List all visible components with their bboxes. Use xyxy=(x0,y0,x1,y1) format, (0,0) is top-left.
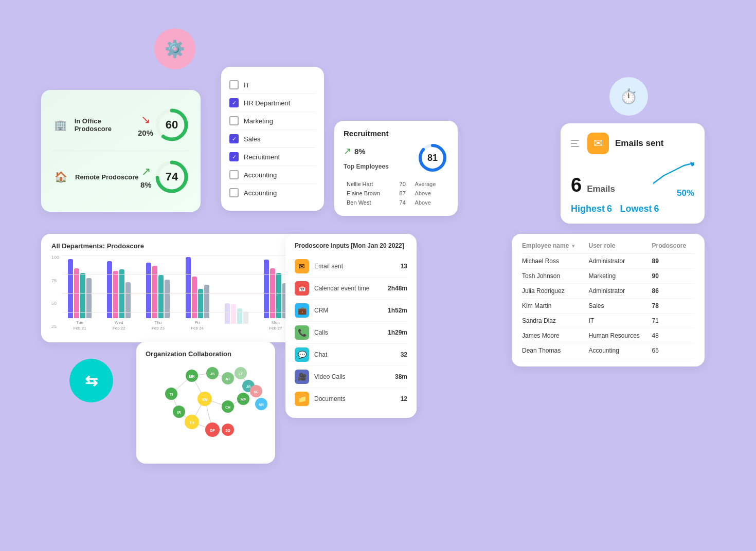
emp-role: Marketing xyxy=(588,269,652,284)
emp-name: Kim Martin xyxy=(522,299,588,314)
emails-main: 6 Emails 50% xyxy=(571,160,694,198)
svg-text:AT: AT xyxy=(226,377,231,381)
checklist-item-HR[interactable]: ✓ HR Department xyxy=(229,94,316,112)
y-label-50: 50 xyxy=(51,301,59,306)
crm-icon: 💼 xyxy=(295,303,309,318)
bar xyxy=(264,260,269,318)
emp-score: 48 xyxy=(652,328,694,343)
y-label-75: 75 xyxy=(51,278,59,283)
svg-text:TI: TI xyxy=(170,393,173,396)
docs-name: Documents xyxy=(314,395,395,402)
emp-role: Human Resources xyxy=(588,328,652,343)
grid-line-100 xyxy=(62,255,293,255)
org-network: MR JS AT LT JR TI NM CH MP SC xyxy=(146,363,266,455)
checklist-card: IT ✓ HR Department Marketing ✓ Sales ✓ R… xyxy=(221,67,324,211)
in-office-label: 🏢 In Office Prodoscore xyxy=(51,116,138,134)
recruitment-score: 81 xyxy=(427,153,438,163)
bar-group-empty xyxy=(219,254,254,331)
bar xyxy=(186,257,191,318)
calendar-val: 2h48m xyxy=(388,285,407,292)
svg-text:MR: MR xyxy=(189,375,195,378)
down-arrow-icon: ↘ xyxy=(141,113,150,126)
checklist-item-accounting1[interactable]: Accounting xyxy=(229,166,316,184)
col-role: User role xyxy=(588,242,652,254)
checklist-item-IT[interactable]: IT xyxy=(229,76,316,94)
bar-label: FriFeb 24 xyxy=(191,320,204,331)
bar xyxy=(113,271,118,318)
checklist-label-sales: Sales xyxy=(244,135,261,143)
checklist-label-IT: IT xyxy=(244,81,250,89)
emails-header: ✉ Emails sent xyxy=(571,133,694,154)
inputs-card: Prodoscore inputs [Mon Jan 20 2022] ✉ Em… xyxy=(285,234,417,418)
emp-name: Sandra Diaz xyxy=(522,314,588,328)
calls-val: 1h29m xyxy=(388,329,407,336)
video-val: 38m xyxy=(395,373,407,380)
grid-line-25 xyxy=(62,312,293,313)
checklist-item-marketing[interactable]: Marketing xyxy=(229,112,316,130)
emp-score: 70 xyxy=(398,180,412,188)
table-row: Sandra Diaz IT 71 xyxy=(522,314,694,328)
bar xyxy=(231,304,236,324)
emp-score: 71 xyxy=(652,314,694,328)
clock-icon: ⏱️ xyxy=(609,77,648,116)
email-sent-val: 13 xyxy=(401,263,407,270)
table-row: Kim Martin Sales 78 xyxy=(522,299,694,314)
emp-name: Michael Ross xyxy=(522,254,588,269)
lowest-val: 6 xyxy=(654,204,659,214)
table-row: Julia Rodriguez Administrator 86 xyxy=(522,284,694,299)
remote-row: 🏠 Remote Prodoscore ↗ 8% 74 xyxy=(51,151,190,203)
in-office-title: In Office Prodoscore xyxy=(75,117,138,133)
input-row-email: ✉ Email sent 13 xyxy=(295,255,407,278)
table-row: Ben West 74 Above xyxy=(345,198,447,207)
rec-arrow-up: ↗ xyxy=(344,145,351,157)
emp-name: Julia Rodriguez xyxy=(522,284,588,299)
checklist-item-accounting2[interactable]: Accounting xyxy=(229,184,316,201)
emp-role: Administrator xyxy=(588,284,652,299)
checkbox-marketing[interactable] xyxy=(229,116,239,125)
email-sent-icon: ✉ xyxy=(295,259,309,273)
checklist-label-marketing: Marketing xyxy=(244,117,273,125)
checkbox-IT[interactable] xyxy=(229,80,239,89)
checkbox-accounting2[interactable] xyxy=(229,188,239,197)
inputs-title: Prodoscore inputs [Mon Jan 20 2022] xyxy=(295,242,407,249)
crm-name: CRM xyxy=(314,307,383,314)
svg-text:JR: JR xyxy=(246,385,251,389)
top-employees-label: Top Employees xyxy=(344,163,389,170)
checkbox-accounting1[interactable] xyxy=(229,170,239,179)
y-label-100: 100 xyxy=(51,255,59,260)
checkbox-recruitment[interactable]: ✓ xyxy=(229,152,239,161)
docs-val: 12 xyxy=(401,395,407,402)
up-arrow-icon: ↗ xyxy=(141,165,151,178)
table-row: Dean Thomas Accounting 65 xyxy=(522,343,694,358)
col-name: Employee name ▼ xyxy=(522,242,588,254)
office-icon: 🏢 xyxy=(51,116,69,134)
table-body: Michael Ross Administrator 89 Tosh Johns… xyxy=(522,254,694,358)
sort-arrow-icon: ▼ xyxy=(571,243,576,249)
svg-text:SD: SD xyxy=(225,429,230,432)
bar-label: ThuFeb 23 xyxy=(152,320,165,331)
emp-name: Dean Thomas xyxy=(522,343,588,358)
input-row-chat: 💬 Chat 32 xyxy=(295,344,407,366)
emp-score: 89 xyxy=(652,254,694,269)
bar-label: WedFeb 22 xyxy=(113,320,125,331)
remote-label: 🏠 Remote Prodoscore xyxy=(51,168,139,186)
emails-trend-val: 50% xyxy=(653,188,694,198)
remote-pct: ↗ 8% xyxy=(140,165,152,189)
emails-count: 6 xyxy=(571,174,582,196)
exchange-symbol: ⇆ xyxy=(85,372,98,390)
emp-rating: Above xyxy=(413,189,447,197)
in-office-score: 60 xyxy=(166,118,178,132)
checkbox-HR[interactable]: ✓ xyxy=(229,98,239,107)
checkbox-sales[interactable]: ✓ xyxy=(229,134,239,143)
remote-pct-val: 8% xyxy=(140,180,152,189)
table-row: James Moore Human Resources 48 xyxy=(522,328,694,343)
video-name: Video Calls xyxy=(314,373,390,380)
checklist-item-recruitment[interactable]: ✓ Recruitment xyxy=(229,148,316,166)
checklist-item-sales[interactable]: ✓ Sales xyxy=(229,130,316,148)
bars-empty xyxy=(225,254,248,324)
emp-role: IT xyxy=(588,314,652,328)
recruitment-card: Recruitment ↗ 8% Top Employees 81 Nellie… xyxy=(334,121,458,216)
bar xyxy=(243,311,248,324)
emp-score: 65 xyxy=(652,343,694,358)
chat-val: 32 xyxy=(401,351,407,358)
